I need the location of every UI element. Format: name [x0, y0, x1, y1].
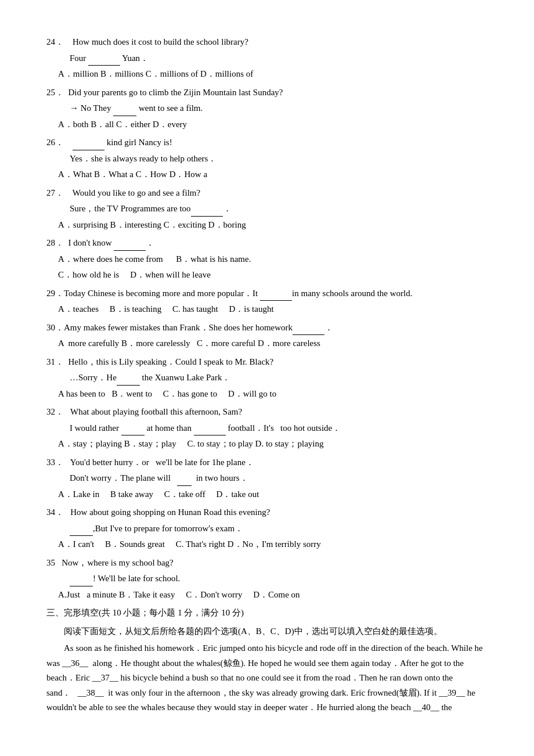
q24-options: A．million B．millions C．millions of D．mil…: [46, 67, 488, 82]
question-28: 28． I don't know ． A．where does he come …: [46, 236, 488, 283]
q27-text: 27． Would you like to go and see a film?: [46, 186, 488, 201]
q26-dialog: Yes．she is always ready to help others．: [46, 152, 488, 167]
q27-options: A．surprising B．interesting C．exciting D．…: [46, 218, 488, 233]
q33-dialog: Don't worry．The plane will in two hours．: [46, 471, 488, 486]
q28-text: 28． I don't know ．: [46, 236, 488, 251]
q25-text: 25． Did your parents go to climb the Zij…: [46, 85, 488, 100]
q32-dialog: I would rather at home than football．It'…: [46, 421, 488, 436]
exam-content: 24． How much does it cost to build the s…: [46, 35, 488, 715]
q31-options: A has been to B．went to C．has gone to D．…: [46, 387, 488, 402]
q32-options: A．stay；playing B．stay；play C. to stay；to…: [46, 437, 488, 452]
q33-options: A．Lake in B take away C．take off D．take …: [46, 487, 488, 502]
question-32: 32． What about playing football this aft…: [46, 405, 488, 452]
question-26: 26． kind girl Nancy is! Yes．she is alway…: [46, 135, 488, 182]
q31-text: 31． Hello，this is Lily speaking．Could I …: [46, 355, 488, 370]
q35-dialog: ! We'll be late for school.: [46, 571, 488, 586]
question-35: 35 Now，where is my school bag? ! We'll b…: [46, 556, 488, 603]
q27-question: Would you like to go and see a film?: [73, 188, 200, 197]
q28-opt2: C．how old he is D．when will he leave: [46, 268, 488, 283]
section3-passage: As soon as he finished his homework．Eric…: [46, 641, 488, 715]
q25-question: Did your parents go to climb the Zijin M…: [68, 88, 283, 97]
q24-text: 24． How much does it cost to build the s…: [46, 35, 488, 50]
q34-options: A．I can't B．Sounds great C. That's right…: [46, 537, 488, 552]
q24-question: How much does it cost to build the schoo…: [73, 37, 248, 46]
section3-instruction: 阅读下面短文，从短文后所给各题的四个选项(A、B、C、D)中，选出可以填入空白处…: [46, 624, 488, 639]
question-27: 27． Would you like to go and see a film?…: [46, 186, 488, 233]
question-24: 24． How much does it cost to build the s…: [46, 35, 488, 82]
q27-dialog: Sure，the TV Programmes are too．: [46, 201, 488, 217]
q35-text: 35 Now，where is my school bag?: [46, 556, 488, 571]
q27-num: 27．: [46, 188, 64, 197]
q32-text: 32． What about playing football this aft…: [46, 405, 488, 420]
question-33: 33． You'd better hurry．or we'll be late …: [46, 455, 488, 502]
q25-options: A．both B．all C．either D．every: [46, 117, 488, 132]
q24-dialog: Four Yuan．: [46, 51, 488, 66]
question-29: 29．Today Chinese is becoming more and mo…: [46, 286, 488, 317]
question-31: 31． Hello，this is Lily speaking．Could I …: [46, 355, 488, 402]
q25-dialog: → No They went to see a film.: [46, 101, 488, 116]
q30-text: 30．Amy makes fewer mistakes than Frank．S…: [46, 321, 488, 336]
q26-options: A．What B．What a C．How D．How a: [46, 167, 488, 182]
q29-options: A．teaches B．is teaching C. has taught D．…: [46, 302, 488, 317]
q33-text: 33． You'd better hurry．or we'll be late …: [46, 455, 488, 470]
q26-num: 26．: [46, 138, 64, 147]
q29-text: 29．Today Chinese is becoming more and mo…: [46, 286, 488, 301]
q24-num: 24．: [46, 37, 64, 46]
section3-header: 三、完形填空(共 10 小题；每小题 1 分，满分 10 分): [46, 606, 488, 621]
q25-num: 25．: [46, 88, 64, 97]
section3-title: 三、完形填空(共 10 小题；每小题 1 分，满分 10 分): [46, 606, 488, 621]
section3-instr-text: 阅读下面短文，从短文后所给各题的四个选项(A、B、C、D)中，选出可以填入空白处…: [64, 627, 442, 636]
q28-opt1: A．where does he come from B．what is his …: [46, 252, 488, 267]
passage-para1: As soon as he finished his homework．Eric…: [46, 641, 488, 715]
question-30: 30．Amy makes fewer mistakes than Frank．S…: [46, 321, 488, 351]
question-25: 25． Did your parents go to climb the Zij…: [46, 85, 488, 132]
q26-text: 26． kind girl Nancy is!: [46, 135, 488, 150]
question-34: 34． How about going shopping on Hunan Ro…: [46, 505, 488, 552]
q35-options: A.Just a minute B．Take it easy C．Don't w…: [46, 588, 488, 603]
q30-options: A more carefully B．more carelessly C．mor…: [46, 336, 488, 351]
q31-dialog: …Sorry．He the Xuanwu Lake Park．: [46, 370, 488, 386]
q34-text: 34． How about going shopping on Hunan Ro…: [46, 505, 488, 520]
q34-dialog: ,But I've to prepare for tomorrow's exam…: [46, 521, 488, 537]
